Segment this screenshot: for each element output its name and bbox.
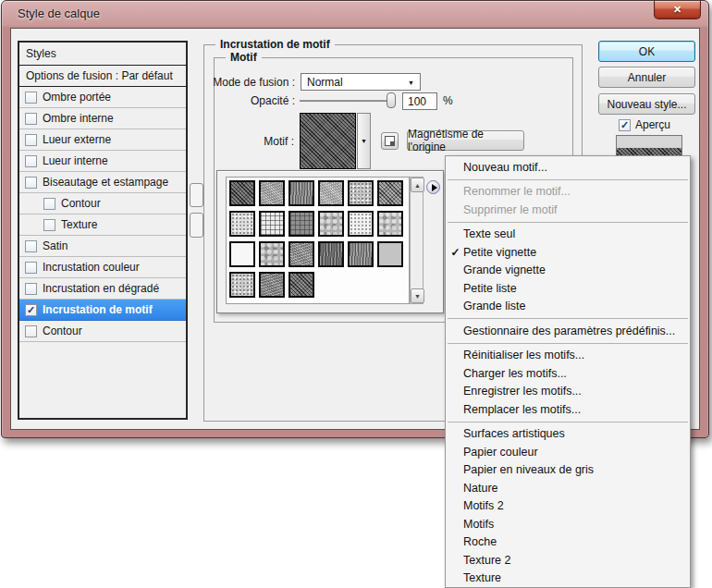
pattern-swatch-8[interactable] — [288, 211, 314, 237]
menu-item-22[interactable]: Motifs 2 — [446, 497, 690, 516]
pattern-grid-box — [226, 177, 410, 304]
sidebar-header-blending-options[interactable]: Options de fusion : Par défaut — [19, 66, 186, 87]
pattern-swatch-14[interactable] — [288, 241, 314, 267]
menu-item-23[interactable]: Motifs — [446, 515, 690, 533]
pattern-swatch-1[interactable] — [259, 180, 285, 206]
menu-item-8[interactable]: Petite liste — [446, 279, 690, 298]
sidebar-item-0[interactable]: Ombre portée — [19, 87, 186, 108]
sidebar-item-5[interactable]: Contour — [19, 193, 186, 214]
sidebar-item-label: Incrustation de motif — [43, 303, 153, 316]
sidebar-header-styles[interactable]: Styles — [19, 43, 186, 66]
pattern-swatch-20[interactable] — [288, 272, 314, 298]
unchecked-checkbox[interactable] — [25, 283, 37, 295]
current-pattern-thumbnail[interactable] — [300, 113, 356, 169]
scroll-down-icon[interactable]: ▼ — [411, 288, 424, 303]
checked-checkbox[interactable]: ✓ — [25, 304, 37, 316]
menu-item-13[interactable]: Réinitialiser les motifs... — [446, 347, 690, 365]
unchecked-checkbox[interactable] — [25, 240, 37, 252]
menu-item-label: Petite vignette — [463, 246, 536, 259]
sidebar-item-label: Ombre interne — [43, 112, 114, 125]
opacity-label: Opacité : — [205, 94, 295, 107]
snap-to-origin-button[interactable]: Magnétisme de l'origine — [407, 130, 524, 151]
unchecked-checkbox[interactable] — [25, 92, 37, 104]
sidebar-item-3[interactable]: Lueur interne — [19, 151, 186, 172]
pattern-swatch-16[interactable] — [348, 241, 374, 267]
sidebar-item-10[interactable]: ✓Incrustation de motif — [19, 300, 186, 321]
menu-item-19[interactable]: Papier couleur — [446, 443, 690, 461]
unchecked-checkbox[interactable] — [25, 177, 37, 189]
hidden-control-fragment — [190, 213, 203, 238]
screen: Style de calque ✕ Styles Options de fusi… — [0, 0, 712, 588]
sidebar-item-4[interactable]: Biseautage et estampage — [19, 172, 186, 193]
preview-checkbox[interactable]: ✓ — [619, 119, 631, 131]
menu-item-6[interactable]: ✓Petite vignette — [446, 243, 690, 262]
unchecked-checkbox[interactable] — [43, 198, 55, 210]
menu-item-label: Papier en niveaux de gris — [463, 463, 594, 476]
close-icon[interactable]: ✕ — [654, 1, 701, 19]
sidebar-item-label: Incrustation en dégradé — [43, 282, 159, 295]
menu-item-26[interactable]: Texture — [446, 570, 690, 588]
unchecked-checkbox[interactable] — [25, 155, 37, 167]
pattern-swatch-15[interactable] — [318, 241, 344, 267]
unchecked-checkbox[interactable] — [25, 113, 37, 125]
pattern-swatch-7[interactable] — [259, 211, 285, 237]
unchecked-checkbox[interactable] — [25, 325, 37, 337]
menu-item-5[interactable]: Texte seul — [446, 226, 690, 244]
menu-item-11[interactable]: Gestionnaire des paramètres prédéfinis..… — [446, 322, 690, 340]
context-menu-items: Nouveau motif...Renommer le motif...Supp… — [446, 158, 690, 587]
unchecked-checkbox[interactable] — [43, 219, 55, 231]
new-style-button[interactable]: Nouveau style... — [598, 93, 695, 115]
pattern-swatch-13[interactable] — [259, 241, 285, 267]
new-pattern-button[interactable] — [381, 132, 399, 150]
pattern-swatch-18[interactable] — [229, 272, 255, 298]
menu-item-label: Motifs — [463, 518, 494, 531]
menu-item-0[interactable]: Nouveau motif... — [446, 158, 690, 177]
unchecked-checkbox[interactable] — [25, 262, 37, 274]
menu-item-20[interactable]: Papier en niveaux de gris — [446, 461, 690, 480]
pattern-scrollbar[interactable]: ▲ ▼ — [410, 177, 424, 304]
unchecked-checkbox[interactable] — [25, 134, 37, 146]
pattern-swatch-9[interactable] — [318, 211, 344, 237]
pattern-swatch-19[interactable] — [259, 272, 285, 298]
sidebar-item-8[interactable]: Incrustation couleur — [19, 257, 186, 278]
opacity-input[interactable] — [402, 92, 437, 110]
ok-button[interactable]: OK — [598, 41, 695, 62]
pattern-swatch-10[interactable] — [348, 211, 374, 237]
pattern-swatch-11[interactable] — [377, 211, 403, 237]
pattern-swatch-17[interactable] — [377, 241, 403, 267]
scroll-up-icon[interactable]: ▲ — [411, 178, 424, 192]
pattern-swatch-0[interactable] — [229, 180, 255, 206]
opacity-slider-thumb[interactable] — [387, 92, 396, 108]
opacity-slider-track[interactable] — [300, 100, 396, 102]
sidebar-item-6[interactable]: Texture — [19, 214, 186, 236]
menu-item-24[interactable]: Roche — [446, 533, 690, 552]
menu-item-9[interactable]: Grande liste — [446, 298, 690, 316]
sidebar-item-label: Contour — [61, 197, 101, 210]
menu-item-25[interactable]: Texture 2 — [446, 551, 690, 570]
menu-item-18[interactable]: Surfaces artistiques — [446, 425, 690, 444]
sidebar-item-7[interactable]: Satin — [19, 236, 186, 257]
sidebar-item-1[interactable]: Ombre interne — [19, 108, 186, 129]
sidebar-item-11[interactable]: Contour — [19, 321, 186, 342]
pattern-swatch-6[interactable] — [229, 211, 255, 237]
menu-item-label: Papier couleur — [463, 446, 538, 459]
pattern-swatch-3[interactable] — [318, 180, 344, 206]
sidebar-item-9[interactable]: Incrustation en dégradé — [19, 278, 186, 300]
sidebar-item-2[interactable]: Lueur externe — [19, 129, 186, 151]
picker-menu-button[interactable] — [426, 180, 440, 194]
menu-item-14[interactable]: Charger les motifs... — [446, 364, 690, 383]
pattern-swatch-4[interactable] — [348, 180, 374, 206]
menu-item-15[interactable]: Enregistrer les motifs... — [446, 383, 690, 401]
menu-item-16[interactable]: Remplacer les motifs... — [446, 400, 690, 419]
cancel-button[interactable]: Annuler — [598, 67, 695, 88]
sidebar-item-label: Incrustation couleur — [43, 261, 140, 274]
sidebar-items: Ombre portéeOmbre interneLueur externeLu… — [19, 87, 186, 342]
menu-item-7[interactable]: Grande vignette — [446, 262, 690, 280]
menu-separator — [448, 422, 688, 423]
pattern-swatch-2[interactable] — [288, 180, 314, 206]
pattern-swatch-5[interactable] — [377, 180, 403, 206]
blend-mode-select[interactable]: Normal ▼ — [301, 73, 421, 91]
menu-item-21[interactable]: Nature — [446, 479, 690, 497]
pattern-picker-dropdown-button[interactable]: ▼ — [357, 113, 371, 169]
pattern-swatch-12[interactable] — [229, 241, 255, 267]
